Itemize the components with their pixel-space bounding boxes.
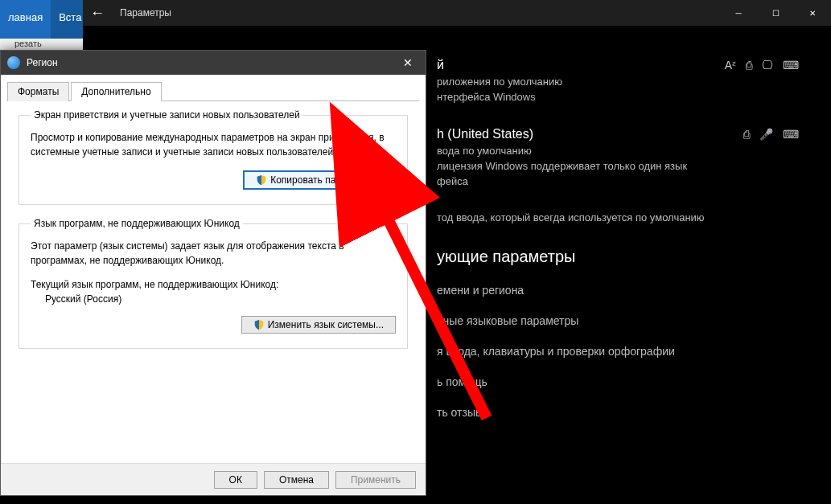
minimize-button[interactable]: ─ [720, 0, 757, 26]
group-title: Язык программ, не поддерживающих Юникод [31, 218, 243, 229]
language-subtitle: вода по умолчанию [437, 145, 799, 157]
region-titlebar: Регион ✕ [1, 51, 426, 75]
group-welcome-screen: Экран приветствия и учетные записи новых… [19, 109, 408, 205]
group-non-unicode: Язык программ, не поддерживающих Юникод … [19, 218, 408, 349]
language-subtitle: нтерфейса Windows [437, 91, 799, 103]
maximize-button[interactable]: ☐ [757, 0, 794, 26]
current-locale-value: Русский (Россия) [45, 293, 396, 305]
copy-settings-button[interactable]: Копировать параметры... [243, 170, 396, 190]
related-link-admin-lang[interactable]: вные языковые параметры [437, 314, 799, 327]
ok-button[interactable]: ОК [214, 471, 257, 489]
default-input-note: тод ввода, который всегда используется п… [437, 211, 799, 223]
region-title: Регион [27, 57, 397, 68]
language-item-ru[interactable]: й Aᶻ⎙🖵⌨ риложения по умолчанию нтерфейса… [437, 58, 799, 103]
group-description: Этот параметр (язык системы) задает язык… [31, 239, 396, 268]
change-system-locale-button[interactable]: Изменить язык системы... [241, 316, 396, 334]
language-name: й [437, 58, 444, 72]
cancel-button[interactable]: Отмена [264, 471, 329, 489]
back-button[interactable]: ← [83, 0, 112, 26]
group-title: Экран приветствия и учетные записи новых… [31, 109, 303, 121]
region-dialog: Регион ✕ Форматы Дополнительно Экран при… [0, 50, 426, 496]
group-description: Просмотр и копирование международных пар… [31, 130, 396, 159]
handwriting-icon: ⌨ [783, 59, 799, 72]
tab-strip: Форматы Дополнительно [1, 75, 426, 101]
button-label: Копировать параметры... [270, 174, 383, 186]
tab-formats[interactable]: Форматы [7, 82, 69, 101]
related-heading: ующие параметры [437, 248, 799, 266]
language-subtitle: фейса [437, 175, 799, 187]
speech-icon: 🎤 [759, 128, 773, 141]
tab-panel-advanced: Экран приветствия и учетные записи новых… [7, 100, 419, 373]
related-link-feedback[interactable]: ть отзыв [437, 406, 799, 419]
text-to-speech-icon: Aᶻ [725, 59, 736, 72]
button-label: Изменить язык системы... [268, 319, 384, 330]
settings-titlebar: ← Параметры ─ ☐ ✕ [83, 0, 831, 26]
tab-advanced[interactable]: Дополнительно [71, 82, 161, 101]
ribbon-tab-home[interactable]: лавная [0, 0, 51, 39]
language-feature-icons: ⎙🎤⌨ [743, 128, 799, 141]
related-link-help[interactable]: ь помощь [437, 375, 799, 388]
ribbon: лавная Вста [0, 0, 83, 39]
display-icon: ⎙ [746, 59, 752, 72]
dialog-button-row: ОК Отмена Применить [1, 463, 426, 495]
language-subtitle: риложения по умолчанию [437, 76, 799, 88]
language-name: h (United States) [437, 127, 533, 141]
close-button[interactable]: ✕ [794, 0, 831, 26]
uac-shield-icon [253, 319, 265, 330]
apply-button[interactable]: Применить [335, 471, 416, 489]
related-link-typing[interactable]: я ввода, клавиатуры и проверки орфографи… [437, 345, 799, 358]
close-icon[interactable]: ✕ [397, 53, 419, 72]
language-item-en[interactable]: h (United States) ⎙🎤⌨ вода по умолчанию … [437, 127, 799, 187]
keyboard-icon: ⌨ [783, 128, 799, 141]
speech-icon: 🖵 [762, 59, 773, 72]
uac-shield-icon [256, 174, 267, 186]
related-link-datetime[interactable]: емени и региона [437, 284, 799, 297]
display-icon: ⎙ [743, 128, 750, 141]
globe-icon [7, 56, 20, 69]
settings-title: Параметры [120, 7, 720, 18]
language-subtitle: лицензия Windows поддерживает только оди… [437, 160, 799, 172]
current-locale-label: Текущий язык программ, не поддерживающих… [31, 279, 396, 290]
language-feature-icons: Aᶻ⎙🖵⌨ [725, 59, 799, 72]
